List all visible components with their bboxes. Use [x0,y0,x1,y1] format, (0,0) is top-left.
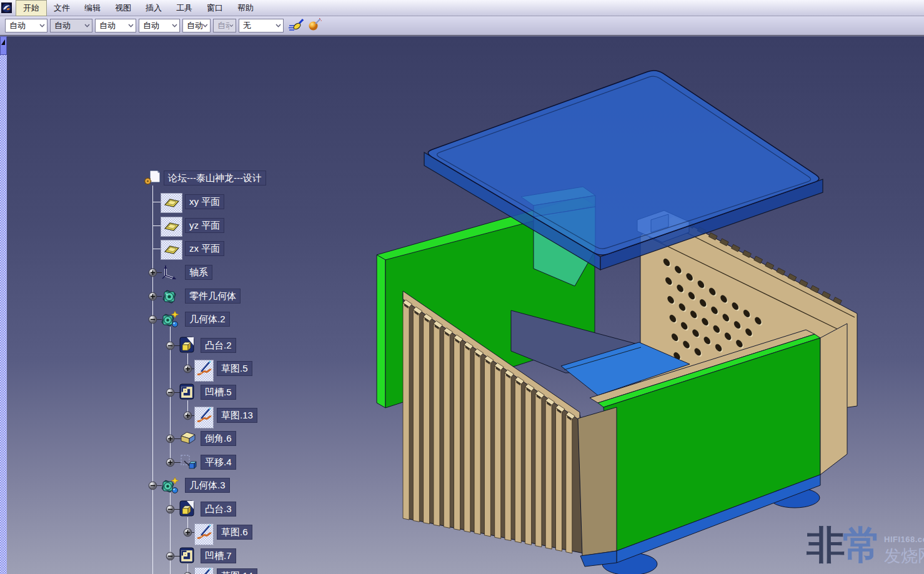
tree-item-label[interactable]: 凹槽.5 [201,385,236,400]
plane-icon[interactable] [161,240,182,260]
material-wizard-icon [307,17,322,34]
apply-material-button[interactable] [306,18,322,33]
tree-item-label[interactable]: 草图.14 [217,568,257,574]
collapse-icon[interactable] [166,388,175,397]
chamfer-icon[interactable] [179,430,197,447]
toolbar-dropdown-5[interactable]: 自动 [182,19,211,32]
sketch-icon[interactable] [194,523,214,545]
watermark-logo-right: 常 [843,523,882,567]
expand-icon[interactable] [183,528,192,537]
app-logo-icon [1,2,12,14]
toolbar-dropdown-3[interactable]: 自动 [95,19,136,32]
sketch-icon[interactable] [194,360,214,382]
tree-item-label[interactable]: yz 平面 [185,218,224,233]
translate-icon[interactable] [179,453,197,473]
tree-item-label[interactable]: 草图.13 [217,408,257,423]
menu-item-edit[interactable]: 编辑 [77,1,107,16]
menu-item-view[interactable]: 视图 [108,1,138,16]
tree-connector-line [152,186,153,574]
collapse-icon[interactable] [166,341,175,350]
tree-item-label[interactable]: zx 平面 [185,241,224,256]
collapse-icon[interactable] [148,481,157,490]
sketch-icon[interactable] [194,567,214,574]
chevron-down-icon [128,24,134,27]
chevron-down-icon [276,24,281,27]
chevron-down-icon [229,24,234,27]
expand-icon[interactable] [148,268,157,277]
toolbar-dropdown-7[interactable]: 无 [239,19,284,32]
watermark-logo-left: 非 [807,523,845,567]
tree-item-label[interactable]: 凸台.2 [201,338,236,353]
expand-icon[interactable] [148,292,157,301]
tree-item-label[interactable]: 倒角.6 [201,431,236,446]
menu-item-insert[interactable]: 插入 [139,1,169,16]
expand-icon[interactable] [183,411,192,420]
watermark-site: HIFI168.com [884,535,924,544]
specification-tree: 论坛---泰山神龙---设计 xy 平面 yz 平面 zx 平面 轴系 零件几何… [0,36,325,574]
pocket-icon[interactable] [179,383,195,403]
tree-item-label[interactable]: 凸台.3 [201,502,236,517]
expand-icon[interactable] [166,458,175,467]
toolbar-dropdown-6[interactable]: 自动 [213,19,236,32]
painter-icon [289,17,304,34]
body-icon[interactable] [161,287,178,307]
tree-item-label[interactable]: 零件几何体 [185,289,241,304]
toolbar-dropdown-1[interactable]: 自动 [5,19,47,32]
watermark: 非 常 HIFI168.com 发烧网 [807,523,924,567]
collapse-icon[interactable] [148,315,157,324]
sketch-icon[interactable] [194,407,214,428]
tree-item-label[interactable]: 几何体.2 [185,312,230,327]
tree-item-label[interactable]: xy 平面 [185,194,224,209]
watermark-brand: 发烧网 [884,545,924,567]
expand-icon[interactable] [166,434,175,443]
pad-icon[interactable] [179,500,195,520]
tree-item-label[interactable]: 草图.5 [217,361,252,376]
body-star-icon[interactable] [161,477,179,497]
plane-icon[interactable] [161,193,182,213]
collapse-icon[interactable] [166,552,175,561]
toolbar-dropdown-2[interactable]: 自动 [50,19,92,32]
menu-item-file[interactable]: 文件 [47,1,77,16]
3d-viewport[interactable]: 论坛---泰山神龙---设计 xy 平面 yz 平面 zx 平面 轴系 零件几何… [0,36,924,574]
tree-item-label[interactable]: 轴系 [185,265,212,280]
part-icon[interactable] [143,169,162,188]
application-window: 开始文件编辑视图插入工具窗口帮助 自动 自动 自动 自动 自动 自动 无 [0,0,924,574]
chevron-down-icon [172,24,177,27]
tree-item-label[interactable]: 论坛---泰山神龙---设计 [164,171,266,186]
tree-item-label[interactable]: 草图.6 [217,525,252,540]
collapse-icon[interactable] [166,505,175,514]
pad-icon[interactable] [179,337,195,356]
toolbar-dropdown-4[interactable]: 自动 [139,19,180,32]
menu-item-tools[interactable]: 工具 [169,1,199,16]
body-star-icon[interactable] [161,310,179,330]
menu-bar: 开始文件编辑视图插入工具窗口帮助 [0,0,924,16]
menu-item-start[interactable]: 开始 [16,1,46,16]
axis-icon[interactable] [161,264,178,284]
expand-icon[interactable] [183,364,192,374]
tree-item-label[interactable]: 平移.4 [201,455,236,470]
menu-item-help[interactable]: 帮助 [231,1,261,16]
chevron-down-icon [39,24,45,27]
graphic-properties-toolbar: 自动 自动 自动 自动 自动 自动 无 [0,16,924,36]
chevron-down-icon [84,24,90,27]
pocket-icon[interactable] [179,547,195,567]
tree-item-label[interactable]: 几何体.3 [185,478,230,493]
expand-icon[interactable] [183,572,192,574]
painter-button[interactable] [288,18,304,33]
chevron-down-icon [202,24,208,27]
tree-item-label[interactable]: 凹槽.7 [201,548,236,563]
plane-icon[interactable] [161,217,182,237]
menu-item-window[interactable]: 窗口 [200,1,230,16]
